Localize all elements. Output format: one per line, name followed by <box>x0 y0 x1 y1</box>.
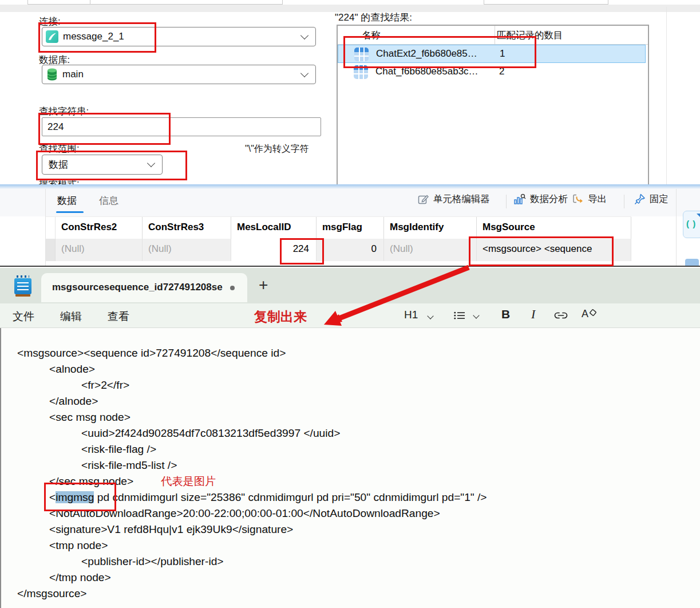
xml-text: </tmp node> <box>49 571 111 583</box>
xml-text: <tmp node> <box>49 539 108 551</box>
chevron-down-icon <box>473 312 480 318</box>
xml-text: </alnode> <box>49 395 98 407</box>
xml-text: < <box>49 491 56 503</box>
column-divider <box>495 26 495 44</box>
active-tab-underline <box>56 211 84 213</box>
xml-line: <sec msg node> <box>1 409 700 425</box>
clear-formatting-button[interactable]: A <box>582 308 597 320</box>
find-scope-select[interactable]: 数据 <box>42 155 163 175</box>
notepad-window: msgsourcesequence_id727491208se + 文件 编辑 … <box>0 266 700 608</box>
bold-button[interactable]: B <box>501 307 510 321</box>
italic-button[interactable]: I <box>531 307 535 322</box>
column-header-MsgIdentify[interactable]: MsgIdentify <box>384 217 477 239</box>
menu-view[interactable]: 查看 <box>108 309 129 324</box>
export-button[interactable]: 导出 <box>572 193 607 206</box>
cell-ConStrRes3[interactable]: (Null) <box>143 239 231 261</box>
result-name: Chat_f6b680e85ab3c… <box>375 66 478 77</box>
list-style-button[interactable] <box>454 310 478 323</box>
xml-line: </msgsource> <box>1 586 700 602</box>
xml-line: <uuid>2f424d902854df7c0813213df5ed3997 <… <box>1 425 700 441</box>
connection-select[interactable]: message_2_1 <box>42 27 316 46</box>
result-row[interactable]: Chat_f6b680e85ab3c… 2 <box>338 63 646 81</box>
toolbar-divider <box>506 195 507 208</box>
results-col-count[interactable]: 匹配记录的数目 <box>497 29 563 42</box>
results-col-name[interactable]: 名称 <box>362 29 381 42</box>
table-icon <box>354 48 369 61</box>
connection-label: 连接: <box>39 15 61 28</box>
xml-text: pd cdnmidimgurl size="25386" cdnmidimgur… <box>94 491 487 503</box>
tab-info[interactable]: 信息 <box>99 194 118 207</box>
eraser-icon <box>589 308 597 317</box>
tab-data[interactable]: 数据 <box>57 194 77 207</box>
cell-msgFlag[interactable]: 0 <box>317 239 384 261</box>
find-string-value: 224 <box>48 121 64 133</box>
heading-label: H1 <box>404 309 418 321</box>
xml-text: <fr>2</fr> <box>81 379 129 391</box>
screenshot-root: 连接: message_2_1 数据库: main 查找字符串: 224 查找范… <box>0 0 700 608</box>
tab-stub <box>484 0 608 5</box>
link-button[interactable] <box>553 310 569 323</box>
sidebar-icon-fragment <box>685 259 699 266</box>
results-title: "224" 的查找结果: <box>335 11 412 24</box>
export-arrow-icon <box>572 194 584 205</box>
connection-value: message_2_1 <box>63 31 124 42</box>
cell-MsgIdentify[interactable]: (Null) <box>384 239 477 261</box>
notepad-tab[interactable]: msgsourcesequence_id727491208se <box>41 273 247 302</box>
data-analysis-label: 数据分析 <box>530 193 568 206</box>
xml-text: <sec msg node> <box>49 411 130 423</box>
row-header-stub <box>46 217 56 239</box>
cell-MesLocalID[interactable]: 224 <box>231 239 317 261</box>
result-name: ChatExt2_f6b680e85… <box>376 48 477 60</box>
menu-file[interactable]: 文件 <box>13 309 34 324</box>
chevron-down-icon <box>300 69 309 77</box>
notepad-menubar: 文件 编辑 查看 复制出来 H1 B I A <box>0 303 700 328</box>
cell-ConStrRes2[interactable]: (Null) <box>56 239 143 261</box>
menu-edit[interactable]: 编辑 <box>60 309 82 324</box>
column-header-MsgSource[interactable]: MsgSource <box>477 217 631 239</box>
code-braces-icon: ( ) <box>686 219 696 228</box>
new-tab-button[interactable]: + <box>259 276 268 294</box>
image-annotation: 代表是图片 <box>161 475 216 487</box>
database-select[interactable]: main <box>42 65 316 84</box>
xml-text: <alnode> <box>49 363 95 375</box>
xml-line: </alnode> <box>1 393 700 409</box>
row-header-stub[interactable] <box>46 239 56 261</box>
xml-line: <publisher-id></publisher-id> <box>1 554 700 570</box>
results-header: 名称 匹配记录的数目 <box>338 26 648 45</box>
chevron-down-icon <box>427 313 433 319</box>
xml-text: <NotAutoDownloadRange>20:00-22:00;00:00-… <box>49 507 440 519</box>
column-header-ConStrRes3[interactable]: ConStrRes3 <box>143 217 231 239</box>
notepad-text-area[interactable]: <msgsource><sequence id>727491208</seque… <box>0 328 700 608</box>
pin-button[interactable]: 固定 <box>634 193 669 206</box>
clear-formatting-label: A <box>582 308 588 319</box>
column-header-MesLocalID[interactable]: MesLocalID <box>231 217 317 239</box>
page-corner-icon <box>697 214 700 218</box>
xml-text: <msgsource><sequence id>727491208</seque… <box>17 347 286 359</box>
result-count: 2 <box>499 66 504 77</box>
find-string-label: 查找字符串: <box>39 105 89 118</box>
xml-line: <risk-file-md5-list /> <box>1 457 700 473</box>
xml-line: <signature>V1 refd8Hqu|v1 ejk39Uk9</sign… <box>1 522 700 538</box>
grid-data-row: (Null)(Null)2240(Null)<msgsource> <seque… <box>46 239 631 261</box>
cell-editor-button[interactable]: 单元格编辑器 <box>418 193 490 206</box>
xml-text: <publisher-id></publisher-id> <box>81 555 224 567</box>
search-dialog: 连接: message_2_1 数据库: main 查找字符串: 224 查找范… <box>0 0 700 184</box>
heading-style-button[interactable]: H1 <box>404 309 433 321</box>
xml-line: </sec msg node>代表是图片 <box>1 473 700 489</box>
result-row[interactable]: ChatExt2_f6b680e85… 1 <box>338 45 646 63</box>
cell-MsgSource[interactable]: <msgsource> <sequence <box>477 239 631 261</box>
xml-line: <NotAutoDownloadRange>20:00-22:00;00:00-… <box>1 506 700 522</box>
sqlite-feather-icon <box>46 30 58 43</box>
column-header-ConStrRes2[interactable]: ConStrRes2 <box>56 217 143 239</box>
notepad-app-icon <box>14 275 32 298</box>
data-grid-panel: 数据 信息 单元格编辑器 数据分析 导出 固定 ( ) ConStrRes <box>0 184 700 267</box>
find-string-input[interactable]: 224 <box>42 117 321 136</box>
tab-stub <box>27 0 91 5</box>
data-analysis-button[interactable]: 数据分析 <box>514 193 568 206</box>
search-mode-label: 搜索模式: <box>39 177 80 184</box>
column-header-msgFlag[interactable]: msgFlag <box>317 217 384 239</box>
selected-text: imgmsg <box>56 491 94 503</box>
pin-label: 固定 <box>650 193 669 206</box>
pencil-icon <box>418 194 429 205</box>
code-view-sidebar-button[interactable]: ( ) <box>683 211 700 238</box>
